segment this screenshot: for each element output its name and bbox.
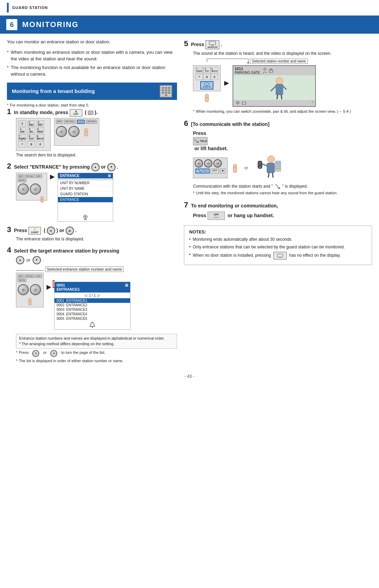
svg-rect-44 xyxy=(242,102,246,104)
svg-rect-29 xyxy=(204,83,209,85)
svg-point-45 xyxy=(197,141,199,142)
svg-rect-50 xyxy=(267,163,275,173)
notes-item-3: • When no door station is installed, pre… xyxy=(189,252,367,259)
s5-key-hash: # xyxy=(211,74,218,80)
step-1-header: 1 In standby mode, press ☰LIST ( xyxy=(7,108,177,117)
chapter-header: 6 MONITORING xyxy=(0,16,379,34)
step-6-header: 6 [To communicate with the station] xyxy=(184,120,372,128)
callout-label: Selected entrance station number and nam… xyxy=(45,266,124,272)
step-6-illustration: ◎ ◎ ◎ TALK xyxy=(193,154,372,196)
key-5: 5JKL xyxy=(27,127,35,134)
note-text-3: When no door station is installed, press… xyxy=(193,252,340,259)
svg-line-56 xyxy=(272,173,273,178)
entrance-list-header: 0001 ENTRANCE1 ⊞ xyxy=(54,282,130,292)
s2-knob1[interactable]: ◎ xyxy=(18,184,29,195)
monitor-button[interactable]: MONITOR xyxy=(205,40,219,49)
s4-knob1[interactable]: ◎ xyxy=(18,284,29,295)
note-text-3b: has no effect on the display. xyxy=(289,253,340,258)
header-section-label: GUARD STATION xyxy=(12,6,48,10)
tip1-knob1[interactable]: ◎ xyxy=(32,350,39,357)
bullet-symbol: * xyxy=(7,49,9,62)
knob-right[interactable]: ◎ xyxy=(68,126,79,137)
knob-icon-up[interactable]: ▲ xyxy=(91,163,100,171)
list-item-0004: 0004 ENTRANCE4 xyxy=(54,312,130,316)
svg-point-49 xyxy=(268,156,275,163)
step-5-illustration: Selected station number and name 7PQRS 8… xyxy=(193,59,372,114)
tip1-or: or xyxy=(43,350,47,355)
svg-point-24 xyxy=(92,327,93,328)
step-4-knob-row: ▲ or ▼ . xyxy=(16,256,177,264)
s5-key-7: 7PQRS xyxy=(195,67,203,73)
step5-callout-label: Selected station number and name xyxy=(250,59,308,64)
intro-bullet2: * The monitoring function is not availab… xyxy=(7,64,177,78)
step4-arrow: ▶ xyxy=(47,283,51,291)
step-7-sub-desc: Press OFF—— or hang up handset. xyxy=(193,213,274,218)
s5-key-9: 9WXYZ xyxy=(211,67,218,73)
step-2-illustration: ENT GP CALL LIST SETTG ◎ ◎ xyxy=(16,173,177,222)
svg-line-41 xyxy=(281,95,282,99)
step-6-comm-note: Communication with the station starts an… xyxy=(193,184,372,189)
list-button[interactable]: ☰LIST xyxy=(70,109,82,117)
list-btn-label: LIST xyxy=(73,113,78,115)
step-6-sub-desc: Press TALK or lift handset. xyxy=(193,130,372,151)
step-5-note: The sound at the station is heard, and t… xyxy=(193,51,372,57)
step4-or: or xyxy=(26,257,31,263)
station-name: PARKING GATE xyxy=(235,71,260,75)
svg-rect-62 xyxy=(278,168,280,169)
step4-knob1[interactable]: ▲ xyxy=(16,256,24,264)
svg-rect-2 xyxy=(168,87,170,89)
svg-rect-6 xyxy=(162,92,164,94)
s6-knob3[interactable]: ◎ xyxy=(213,159,222,168)
intro-line1: You can monitor an entrance station or d… xyxy=(7,39,177,45)
step-7-desc: To end monitoring or communication, xyxy=(191,203,278,210)
svg-point-46 xyxy=(201,171,201,172)
knob-left[interactable]: ◎ xyxy=(56,126,67,137)
tip1-knob2[interactable]: ◎ xyxy=(50,350,57,357)
entrance-list-icon: ⊞ xyxy=(125,283,128,291)
panel-btn-ent: ENT xyxy=(56,120,63,124)
panel-buttons-row1: ENT VID CALL LIST SETTNG xyxy=(56,120,98,124)
key-6: 6MNO xyxy=(36,127,44,134)
key-9: 9WXYZ xyxy=(36,134,44,140)
step-2-arrow: ▶ xyxy=(50,173,55,180)
key-1: 1 xyxy=(18,120,26,127)
s6-knob1[interactable]: ◎ xyxy=(195,159,203,168)
s3-knob-center[interactable]: ⊙ xyxy=(47,227,55,235)
s4-btn4: SETTG xyxy=(18,279,26,282)
step6-asterisk: * Until this step, the monitored station… xyxy=(193,190,372,196)
s5-key-star: * xyxy=(195,74,203,80)
talk-button[interactable]: TALK xyxy=(193,137,208,145)
step-1-paren: ). xyxy=(95,110,98,115)
selected-name: ENTRANCE1 xyxy=(57,287,80,291)
tip1-c: to turn the page of the list. xyxy=(61,350,105,355)
light-button[interactable]: 💡 LIGHT xyxy=(28,227,41,235)
step-3-note: The entrance station list is displayed. xyxy=(16,236,177,242)
page-number: - 43 - xyxy=(0,374,379,382)
knob-icon-down[interactable]: ▼ xyxy=(107,163,116,171)
step4-period: . xyxy=(43,257,44,263)
note-text-2: Only entrance stations that can be selec… xyxy=(193,244,345,250)
s3-knob-dial[interactable]: ◎ xyxy=(66,227,74,235)
s4-btn2: GP CALL xyxy=(25,274,35,278)
svg-rect-64 xyxy=(277,254,283,257)
svg-rect-59 xyxy=(276,166,278,167)
s2-btn-ent: ENT xyxy=(18,174,24,178)
notes-title: NOTES: xyxy=(189,229,367,235)
svg-point-63 xyxy=(279,187,280,189)
step5-ast-sym: * xyxy=(193,109,194,114)
svg-rect-61 xyxy=(276,168,278,169)
s6-knob2[interactable]: ◎ xyxy=(204,159,212,168)
off-button[interactable]: OFF—— xyxy=(208,212,225,220)
key-2: 2ABC xyxy=(27,120,35,127)
step5-asterisk-note: * While monitoring, you can switch zoom/… xyxy=(193,109,372,114)
tip2-text: The list is displayed in order of either… xyxy=(19,358,123,364)
s2-btn-vid: GP CALL xyxy=(25,174,35,178)
s2-knob2[interactable]: ◎ xyxy=(30,184,41,195)
step-1: 1 In standby mode, press ☰LIST ( xyxy=(7,108,177,158)
step4-knob2[interactable]: ▼ xyxy=(33,256,41,264)
panel-btn-list-active[interactable]: LIST xyxy=(77,120,85,124)
s4-knob2[interactable]: ◎ xyxy=(30,284,41,295)
step-5-header: 5 Press MONITOR . xyxy=(184,40,372,49)
svg-rect-1 xyxy=(165,87,167,89)
step-7-number: 7 xyxy=(184,201,188,209)
